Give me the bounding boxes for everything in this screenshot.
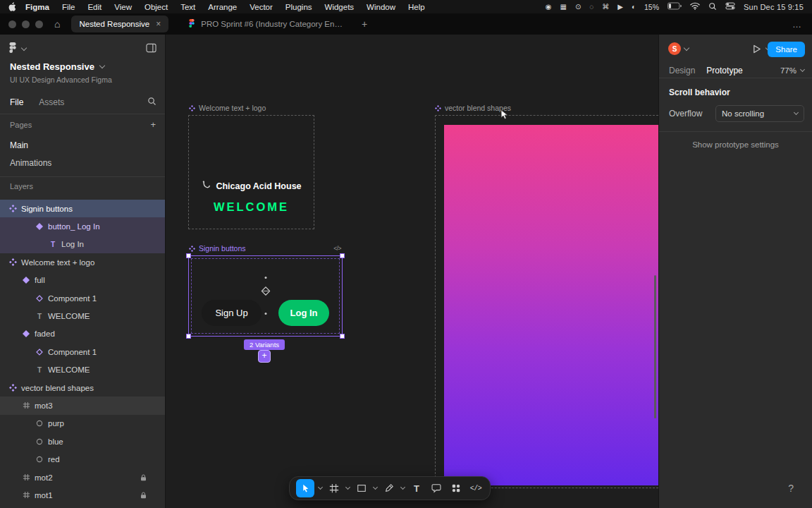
logo-text[interactable]: Chicago Acid House xyxy=(216,181,301,191)
help-button[interactable]: ? xyxy=(788,483,794,494)
menu-arrange[interactable]: Arrange xyxy=(202,3,243,11)
layer-row-mot1[interactable]: mot1 xyxy=(0,486,165,504)
zoom-menu[interactable]: 77% xyxy=(780,66,804,75)
shortcuts-status-icon[interactable]: ⌘ xyxy=(602,4,609,11)
tab-design[interactable]: Design xyxy=(669,66,695,75)
shape-tool[interactable] xyxy=(354,480,369,497)
frame-label-welcome[interactable]: Welcome text + logo xyxy=(189,104,266,112)
layer-row-component-1[interactable]: Component 1 xyxy=(0,343,165,361)
layer-row-mot3[interactable]: mot3 xyxy=(0,397,165,414)
lock-icon[interactable] xyxy=(140,474,147,481)
menu-vector[interactable]: Vector xyxy=(243,3,279,11)
menu-file[interactable]: File xyxy=(56,3,82,11)
avatar-chevron-icon[interactable] xyxy=(684,45,689,51)
close-window-button[interactable] xyxy=(8,20,16,28)
apple-menu-icon[interactable] xyxy=(8,2,16,11)
layer-row-blue[interactable]: blue xyxy=(0,433,165,450)
project-name[interactable]: UI UX Design Advanced Figma xyxy=(10,75,112,84)
window-grid-icon[interactable]: ▦ xyxy=(560,4,566,11)
file-title-dropdown[interactable]: Nested Responsive xyxy=(10,61,104,72)
layer-row-red[interactable]: red xyxy=(0,450,165,468)
frame-label-vector[interactable]: vector blend shapes xyxy=(435,104,511,112)
menu-edit[interactable]: Edit xyxy=(81,3,108,11)
tab-prototype[interactable]: Prototype xyxy=(706,66,742,75)
layer-row-faded[interactable]: faded xyxy=(0,325,165,343)
toggle-panel-icon[interactable] xyxy=(146,43,156,56)
login-button-object[interactable]: Log In xyxy=(278,300,329,326)
overflow-dropdown[interactable]: No scrolling xyxy=(715,105,804,122)
tab-nested-responsive[interactable]: Nested Responsive × xyxy=(71,16,168,32)
battery-icon[interactable] xyxy=(668,2,682,11)
canvas[interactable]: Welcome text + logo Chicago Acid House W… xyxy=(166,35,658,508)
home-icon[interactable]: ⌂ xyxy=(54,19,60,29)
tab-pro-sprint[interactable]: PRO Sprint #6 (Industry Category En… xyxy=(181,16,350,32)
frame-label-signin-text[interactable]: Signin buttons xyxy=(189,244,246,253)
layer-row-purp[interactable]: purp xyxy=(0,415,165,433)
control-center-icon[interactable] xyxy=(725,2,735,11)
add-variant-button[interactable]: + xyxy=(258,350,271,363)
welcome-heading[interactable]: WELCOME xyxy=(189,200,314,214)
shape-tool-chevron[interactable] xyxy=(373,485,378,490)
resize-handle-ne[interactable] xyxy=(340,253,345,258)
layer-row-welcome-text-logo[interactable]: Welcome text + logo xyxy=(0,253,165,271)
canvas-scrollbar-vertical[interactable] xyxy=(654,275,656,418)
frame-welcome[interactable]: Chicago Acid House WELCOME xyxy=(188,115,314,229)
frame-tool[interactable] xyxy=(326,480,342,497)
show-prototype-settings-button[interactable]: Show prototype settings xyxy=(659,140,812,149)
display-status-icon[interactable]: ◐ xyxy=(632,4,636,11)
comment-tool[interactable] xyxy=(429,480,444,497)
screen-record-icon[interactable]: ◉ xyxy=(546,4,552,11)
layer-row-welcome-text[interactable]: T WELCOME xyxy=(0,361,165,379)
layer-row-component-1[interactable]: Component 1 xyxy=(0,289,165,307)
close-tab-icon[interactable]: × xyxy=(156,20,161,28)
resize-handle-nw[interactable] xyxy=(186,253,191,258)
resize-handle-sw[interactable] xyxy=(186,334,191,339)
wifi-icon[interactable] xyxy=(690,2,700,11)
pen-tool[interactable] xyxy=(381,480,397,497)
menu-plugins[interactable]: Plugins xyxy=(279,3,319,11)
menu-figma[interactable]: Figma xyxy=(19,3,56,11)
zoom-window-button[interactable] xyxy=(35,20,43,28)
signin-selection-box[interactable]: Sign Up Log In xyxy=(188,255,343,337)
text-tool[interactable]: T xyxy=(409,480,424,497)
ink-status-icon[interactable]: ◌ xyxy=(589,4,593,11)
spotlight-icon[interactable] xyxy=(708,2,717,12)
pen-tool-chevron[interactable] xyxy=(400,485,405,490)
layer-row-vector-blend-shapes[interactable]: vector blend shapes xyxy=(0,379,165,397)
minimize-window-button[interactable] xyxy=(22,20,30,28)
new-tab-button[interactable]: + xyxy=(362,18,367,30)
main-menu-button[interactable] xyxy=(9,42,26,56)
present-play-icon[interactable] xyxy=(753,44,761,56)
layer-row-button-log-in[interactable]: button_ Log In xyxy=(0,217,165,235)
tab-file[interactable]: File xyxy=(10,97,23,107)
share-button[interactable]: Share xyxy=(768,42,805,57)
actions-tool[interactable] xyxy=(448,480,464,497)
menubar-clock[interactable]: Sun Dec 15 9:15 xyxy=(744,3,804,11)
layer-row-mot2[interactable]: mot2 xyxy=(0,468,165,486)
tab-assets[interactable]: Assets xyxy=(39,97,64,107)
screen-play-icon[interactable]: ▶ xyxy=(617,4,623,11)
avatar[interactable]: S xyxy=(668,42,681,55)
menu-object[interactable]: Object xyxy=(138,3,174,11)
mic-status-icon[interactable]: ⊙ xyxy=(575,4,581,11)
layer-row-signin-buttons[interactable]: Signin buttons xyxy=(0,200,165,217)
layer-row-full[interactable]: full xyxy=(0,272,165,289)
resize-handle-se[interactable] xyxy=(340,334,345,339)
frame-tool-chevron[interactable] xyxy=(345,485,350,490)
move-tool-chevron[interactable] xyxy=(318,485,323,490)
gradient-rectangle[interactable] xyxy=(444,125,658,485)
menu-text[interactable]: Text xyxy=(174,3,202,11)
dev-mode-toggle[interactable]: </> xyxy=(468,480,484,497)
page-item-main[interactable]: Main xyxy=(0,137,165,154)
page-item-animations[interactable]: Animations xyxy=(0,155,165,171)
search-icon[interactable] xyxy=(147,97,156,108)
menu-window[interactable]: Window xyxy=(360,3,402,11)
move-tool[interactable] xyxy=(296,479,314,497)
menu-view[interactable]: View xyxy=(108,3,138,11)
menu-widgets[interactable]: Widgets xyxy=(319,3,361,11)
layer-row-welcome-text[interactable]: T WELCOME xyxy=(0,307,165,325)
frame-code-icon[interactable]: </> xyxy=(333,245,341,252)
logo-row[interactable]: Chicago Acid House xyxy=(189,181,314,192)
signup-button-object[interactable]: Sign Up xyxy=(202,300,262,326)
frame-label-signin[interactable]: Signin buttons </> xyxy=(189,244,341,253)
